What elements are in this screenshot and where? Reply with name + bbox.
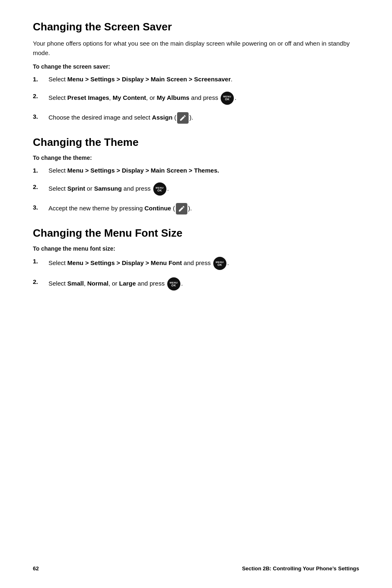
step-number: 2. xyxy=(33,92,45,101)
list-item: 1.Select Menu > Settings > Display > Mai… xyxy=(33,75,359,84)
step-content: Select Sprint or Samsung and press MENUO… xyxy=(48,182,359,196)
heading-menu-font-size: Changing the Menu Font Size xyxy=(33,227,359,240)
intro-screen-saver: Your phone offers options for what you s… xyxy=(33,39,359,58)
list-item: 3.Choose the desired image and select As… xyxy=(33,112,359,124)
list-item: 1.Select Menu > Settings > Display > Men… xyxy=(33,257,359,270)
menu-ok-button: MENUOK xyxy=(167,277,180,291)
step-number: 3. xyxy=(33,203,45,212)
heading-theme: Changing the Theme xyxy=(33,136,359,149)
menu-ok-button: MENUOK xyxy=(213,257,226,270)
page-number: 62 xyxy=(33,565,39,572)
page-footer: 62 Section 2B: Controlling Your Phone’s … xyxy=(0,565,392,572)
section-menu-font-size: Changing the Menu Font SizeTo change the… xyxy=(33,227,359,291)
list-item: 3.Accept the new theme by pressing Conti… xyxy=(33,203,359,214)
step-content: Select Menu > Settings > Display > Menu … xyxy=(48,257,359,270)
assign-icon xyxy=(176,203,187,214)
instruction-label-screen-saver: To change the screen saver: xyxy=(33,63,359,70)
step-content: Select Small, Normal, or Large and press… xyxy=(48,277,359,291)
step-content: Accept the new theme by pressing Continu… xyxy=(48,203,359,214)
assign-icon xyxy=(177,112,189,124)
step-number: 3. xyxy=(33,112,45,122)
section-label: Section 2B: Controlling Your Phone’s Set… xyxy=(242,565,359,572)
step-number: 2. xyxy=(33,277,45,287)
steps-list-menu-font-size: 1.Select Menu > Settings > Display > Men… xyxy=(33,257,359,291)
steps-list-theme: 1.Select Menu > Settings > Display > Mai… xyxy=(33,166,359,215)
step-number: 1. xyxy=(33,75,45,84)
step-content: Select Preset Images, My Content, or My … xyxy=(48,92,359,105)
step-content: Select Menu > Settings > Display > Main … xyxy=(48,166,359,175)
section-theme: Changing the ThemeTo change the theme:1.… xyxy=(33,136,359,215)
list-item: 2.Select Sprint or Samsung and press MEN… xyxy=(33,182,359,196)
instruction-label-menu-font-size: To change the menu font size: xyxy=(33,245,359,252)
step-content: Choose the desired image and select Assi… xyxy=(48,112,359,124)
menu-ok-button: MENUOK xyxy=(221,92,234,105)
page-content: Changing the Screen SaverYour phone offe… xyxy=(0,0,392,336)
instruction-label-theme: To change the theme: xyxy=(33,154,359,161)
step-content: Select Menu > Settings > Display > Main … xyxy=(48,75,359,84)
step-number: 2. xyxy=(33,182,45,192)
step-number: 1. xyxy=(33,257,45,266)
step-number: 1. xyxy=(33,166,45,175)
heading-screen-saver: Changing the Screen Saver xyxy=(33,21,359,33)
section-screen-saver: Changing the Screen SaverYour phone offe… xyxy=(33,21,359,124)
list-item: 2.Select Small, Normal, or Large and pre… xyxy=(33,277,359,291)
menu-ok-button: MENUOK xyxy=(153,182,166,196)
list-item: 1.Select Menu > Settings > Display > Mai… xyxy=(33,166,359,175)
steps-list-screen-saver: 1.Select Menu > Settings > Display > Mai… xyxy=(33,75,359,124)
list-item: 2.Select Preset Images, My Content, or M… xyxy=(33,92,359,105)
